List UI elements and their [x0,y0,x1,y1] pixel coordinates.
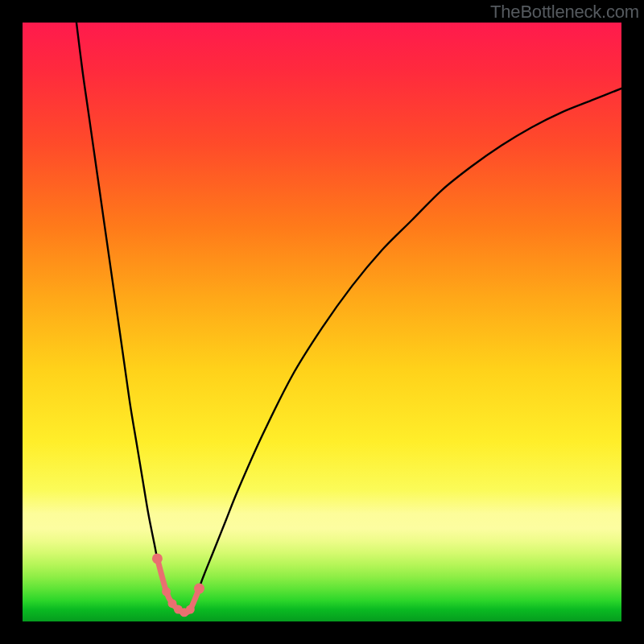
chart-frame: TheBottleneck.com [0,0,644,644]
curve-svg [23,23,621,621]
highlight-segment [157,559,199,613]
highlight-dots [152,553,204,617]
watermark-text: TheBottleneck.com [490,2,639,23]
plot-area [23,23,621,621]
highlight-dot [162,587,171,596]
highlight-dot [194,584,204,594]
highlight-dot [152,553,163,564]
highlight-dot [186,605,195,614]
bottleneck-curve [76,23,621,613]
